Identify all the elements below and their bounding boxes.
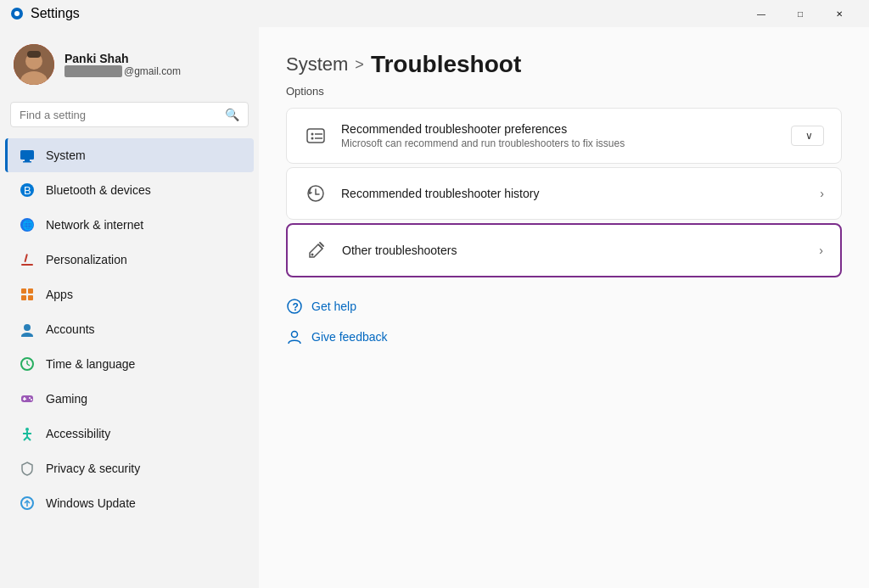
svg-rect-36: [307, 129, 324, 143]
svg-line-33: [27, 437, 31, 440]
time-icon: [19, 356, 36, 372]
card-title-recommended-prefs: Recommended troubleshooter preferences: [341, 122, 777, 136]
svg-point-19: [24, 324, 31, 331]
sidebar-item-network[interactable]: 🌐 Network & internet: [5, 208, 254, 242]
recommended-history-icon: [304, 182, 328, 205]
card-other-troubleshooters[interactable]: Other troubleshooters ›: [286, 223, 842, 277]
sidebar-item-label-bluetooth: Bluetooth & devices: [46, 183, 151, 197]
sidebar-item-gaming[interactable]: Gaming: [5, 382, 254, 416]
svg-point-37: [311, 133, 314, 136]
system-icon: [19, 147, 36, 164]
svg-rect-15: [21, 288, 26, 294]
card-action-recommended-prefs: ∨: [791, 126, 824, 146]
card-action-history: ›: [820, 187, 824, 200]
title-bar-controls: — □ ✕: [742, 0, 859, 27]
minimize-button[interactable]: —: [742, 0, 781, 27]
apps-icon: [19, 286, 36, 303]
give-feedback-icon: [286, 328, 303, 345]
svg-rect-6: [20, 150, 34, 160]
svg-point-20: [21, 333, 33, 337]
breadcrumb: System > Troubleshoot: [286, 51, 842, 78]
svg-point-28: [31, 399, 32, 400]
sidebar-item-label-accounts: Accounts: [46, 322, 95, 336]
accessibility-icon: [19, 425, 36, 442]
gaming-icon: [19, 390, 36, 407]
svg-text:?: ?: [293, 301, 299, 313]
breadcrumb-separator: >: [355, 56, 364, 74]
get-help-link[interactable]: ? Get help: [286, 294, 842, 318]
links-section: ? Get help Give feedback: [286, 294, 842, 349]
avatar-svg: [14, 44, 54, 85]
svg-point-44: [311, 254, 314, 256]
recommended-prefs-dropdown[interactable]: ∨: [791, 126, 824, 146]
card-recommended-history[interactable]: Recommended troubleshooter history ›: [286, 167, 842, 220]
sidebar-item-accessibility[interactable]: Accessibility: [5, 417, 254, 451]
give-feedback-label: Give feedback: [311, 330, 388, 344]
user-name: Panki Shah: [64, 52, 181, 65]
sidebar-item-label-accessibility: Accessibility: [46, 427, 110, 440]
privacy-icon: [19, 460, 36, 477]
search-input[interactable]: [20, 109, 218, 121]
sidebar-item-bluetooth[interactable]: B Bluetooth & devices: [5, 173, 254, 207]
recommended-prefs-icon: [304, 124, 328, 148]
card-recommended-prefs[interactable]: Recommended troubleshooter preferences M…: [286, 108, 842, 164]
breadcrumb-parent[interactable]: System: [286, 53, 348, 76]
svg-point-27: [29, 397, 31, 399]
sidebar-item-accounts[interactable]: Accounts: [5, 312, 254, 346]
svg-point-1: [14, 11, 20, 16]
svg-point-39: [311, 137, 314, 140]
svg-rect-17: [21, 295, 26, 300]
chevron-right-icon-other: ›: [819, 244, 823, 257]
main-content: System > Troubleshoot Options Recommende…: [259, 27, 869, 588]
svg-line-42: [320, 243, 323, 246]
section-label: Options: [286, 85, 842, 98]
windows-update-icon: [19, 495, 36, 512]
title-bar-left: Settings: [10, 6, 80, 21]
user-section: Panki Shah ████████ @gmail.com: [0, 27, 259, 98]
sidebar-item-label-windows-update: Windows Update: [46, 496, 136, 510]
avatar: [14, 44, 54, 85]
sidebar-item-label-personalization: Personalization: [46, 253, 127, 266]
get-help-icon: ?: [286, 298, 303, 315]
search-icon: 🔍: [225, 108, 239, 121]
give-feedback-link[interactable]: Give feedback: [286, 325, 842, 349]
chevron-right-icon-history: ›: [820, 187, 824, 200]
search-box[interactable]: 🔍: [10, 102, 249, 127]
sidebar-item-label-system: System: [46, 148, 86, 162]
svg-line-23: [27, 364, 30, 366]
user-email: ████████ @gmail.com: [64, 65, 181, 77]
card-subtitle-recommended-prefs: Microsoft can recommend and run troubles…: [341, 137, 777, 149]
card-text-recommended-prefs: Recommended troubleshooter preferences M…: [341, 122, 777, 149]
network-icon: 🌐: [19, 216, 36, 233]
sidebar-item-label-network: Network & internet: [46, 218, 143, 232]
title-bar-title: Settings: [31, 6, 80, 21]
svg-point-29: [25, 428, 29, 431]
email-blur: ████████: [64, 65, 122, 77]
svg-rect-13: [21, 264, 33, 266]
sidebar-item-time[interactable]: Time & language: [5, 347, 254, 381]
sidebar-item-label-time: Time & language: [46, 357, 135, 371]
sidebar-item-windows-update[interactable]: Windows Update: [5, 486, 254, 520]
svg-rect-8: [23, 161, 31, 163]
maximize-button[interactable]: □: [781, 0, 820, 27]
app-body: Panki Shah ████████ @gmail.com 🔍: [0, 27, 869, 588]
svg-rect-26: [23, 399, 26, 400]
breadcrumb-current: Troubleshoot: [371, 51, 521, 78]
sidebar-item-apps[interactable]: Apps: [5, 277, 254, 311]
card-action-other: ›: [819, 244, 823, 257]
sidebar-item-privacy[interactable]: Privacy & security: [5, 451, 254, 485]
card-title-other-troubleshooters: Other troubleshooters: [342, 244, 805, 257]
svg-rect-5: [27, 51, 41, 58]
sidebar-item-label-privacy: Privacy & security: [46, 462, 140, 475]
sidebar-item-label-gaming: Gaming: [46, 392, 87, 406]
other-troubleshooters-icon: [305, 238, 328, 262]
chevron-down-icon: ∨: [805, 130, 813, 142]
email-domain: @gmail.com: [124, 65, 181, 77]
title-bar: Settings — □ ✕: [0, 0, 869, 27]
close-button[interactable]: ✕: [820, 0, 859, 27]
sidebar-item-personalization[interactable]: Personalization: [5, 243, 254, 277]
sidebar-item-label-apps: Apps: [46, 288, 73, 301]
accounts-icon: [19, 321, 36, 338]
avatar-image: [14, 44, 54, 85]
sidebar-item-system[interactable]: System: [5, 138, 254, 172]
